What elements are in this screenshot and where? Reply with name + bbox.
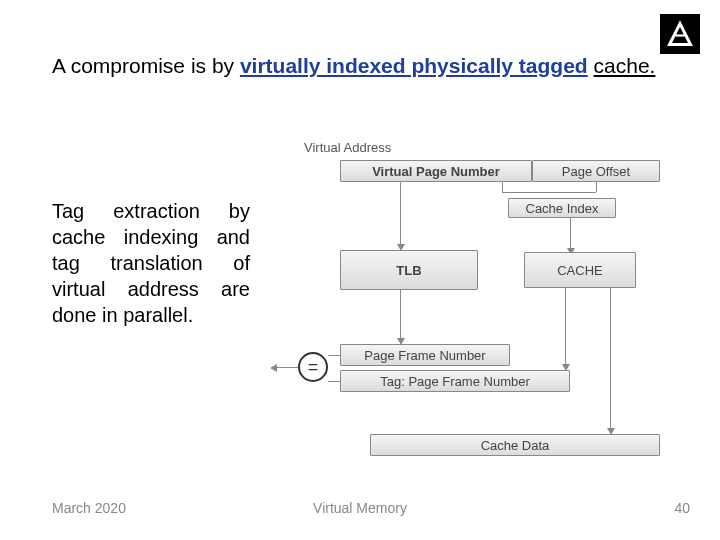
heading-emphasis: virtually indexed physically tagged <box>240 54 588 77</box>
footer-title: Virtual Memory <box>0 500 720 516</box>
cache-index-box: Cache Index <box>508 198 616 218</box>
footer-page-number: 40 <box>674 500 690 516</box>
logo-icon <box>665 19 695 49</box>
body-paragraph: Tag extraction by cache indexing and tag… <box>52 198 250 328</box>
slide-heading-paragraph: A compromise is by virtually indexed phy… <box>52 52 668 80</box>
tlb-box: TLB <box>340 250 478 290</box>
page-offset-box: Page Offset <box>532 160 660 182</box>
tag-pfn-box: Tag: Page Frame Number <box>340 370 570 392</box>
virtual-address-label: Virtual Address <box>304 140 391 155</box>
cache-data-box: Cache Data <box>370 434 660 456</box>
page-frame-number-box: Page Frame Number <box>340 344 510 366</box>
institution-logo <box>660 14 700 54</box>
cache-box: CACHE <box>524 252 636 288</box>
heading-prefix: A compromise is by <box>52 54 240 77</box>
comparator-eq-icon: = <box>298 352 328 382</box>
svg-marker-0 <box>670 24 691 45</box>
vipt-cache-diagram: Virtual Address Virtual Page Number Page… <box>270 140 690 470</box>
vpn-box: Virtual Page Number <box>340 160 532 182</box>
heading-suffix: cache. <box>594 54 656 77</box>
